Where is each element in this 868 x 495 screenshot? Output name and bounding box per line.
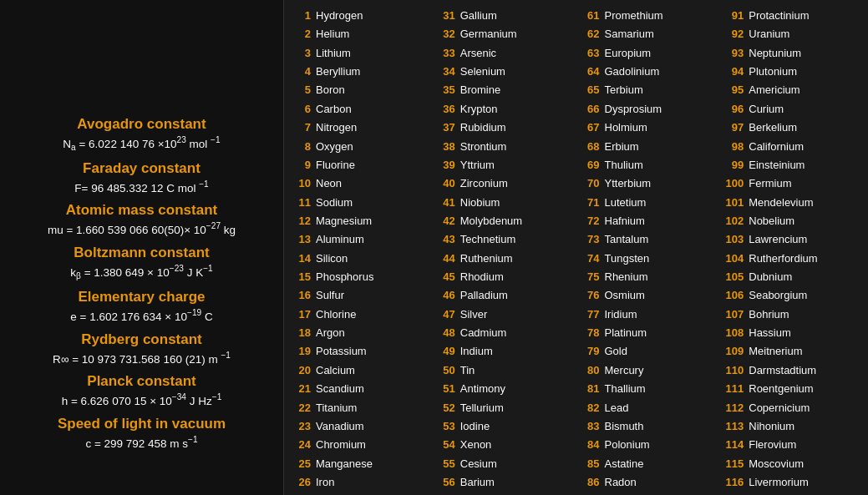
- element-number: 68: [578, 138, 600, 156]
- element-number: 52: [434, 399, 455, 417]
- element-number: 82: [578, 399, 600, 417]
- element-item: 24Chromium: [289, 436, 430, 454]
- element-name: Thallium: [605, 380, 646, 398]
- element-name: Osmium: [605, 286, 645, 305]
- element-number: 73: [578, 230, 600, 249]
- element-item: 46Palladium: [434, 286, 575, 305]
- constant-value: c = 299 792 458 m s−1: [10, 435, 273, 450]
- element-name: Lawrencium: [749, 230, 807, 249]
- element-number: 12: [289, 212, 311, 230]
- element-number: 61: [578, 7, 600, 25]
- constant-value: h = 6.626 070 15 × 10−34 J Hz−1: [10, 392, 273, 407]
- element-name: Bohrium: [749, 306, 789, 324]
- element-number: 103: [722, 230, 744, 249]
- element-number: 21: [289, 380, 311, 398]
- element-item: 111Roentgenium: [722, 380, 863, 398]
- element-number: 39: [434, 156, 455, 174]
- element-item: 107Bohrium: [722, 306, 863, 324]
- element-name: Francium: [605, 492, 650, 495]
- element-item: 74Tungsten: [578, 250, 719, 268]
- element-item: 21Scandium: [289, 380, 430, 398]
- element-number: 98: [722, 138, 744, 156]
- element-name: Neon: [316, 174, 342, 193]
- element-number: 38: [434, 138, 455, 156]
- constant-block: Avogadro constantNa = 6.022 140 76 ×1023…: [10, 116, 273, 152]
- element-number: 46: [434, 286, 455, 305]
- constant-block: Speed of light in vacuumc = 299 792 458 …: [10, 416, 273, 450]
- element-item: 10Neon: [289, 174, 430, 193]
- constant-title: Atomic mass constant: [10, 202, 273, 219]
- element-number: 93: [722, 44, 744, 63]
- element-name: Platinum: [605, 324, 647, 342]
- element-item: 72Hafnium: [578, 212, 719, 230]
- element-number: 3: [289, 44, 311, 63]
- element-item: 69Thulium: [578, 156, 719, 174]
- element-number: 41: [434, 194, 455, 212]
- constant-title: Boltzmann constant: [10, 245, 273, 261]
- element-item: 38Strontium: [434, 138, 575, 156]
- element-name: Neptunium: [749, 44, 801, 63]
- element-number: 50: [434, 361, 455, 380]
- element-item: 116Livermorium: [722, 473, 863, 492]
- constant-value: mu = 1.660 539 066 60(50)× 10−27 kg: [10, 221, 273, 236]
- element-number: 18: [289, 324, 311, 342]
- element-item: 104Rutherfordium: [722, 250, 863, 268]
- constant-title: Rydberg constant: [10, 331, 273, 348]
- element-item: 106Seaborgium: [722, 286, 863, 305]
- element-item: 100Fermium: [722, 174, 863, 193]
- element-item: 93Neptunium: [722, 44, 863, 63]
- element-name: Beryllium: [316, 63, 360, 81]
- element-item: 114Flerovium: [722, 436, 863, 454]
- element-number: 105: [722, 268, 744, 286]
- constant-title: Speed of light in vacuum: [10, 416, 273, 432]
- element-item: 17Chlorine: [289, 306, 430, 324]
- element-name: Silicon: [316, 250, 348, 268]
- element-item: 76Osmium: [578, 286, 719, 305]
- element-number: 15: [289, 268, 311, 286]
- element-name: Gold: [605, 342, 627, 361]
- element-number: 63: [578, 44, 600, 63]
- element-name: Uranium: [749, 25, 789, 43]
- element-item: 67Holmium: [578, 119, 719, 137]
- element-item: 109Meitnerium: [722, 342, 863, 361]
- element-name: Gallium: [460, 7, 497, 25]
- element-name: Darmstadtium: [749, 361, 816, 380]
- element-item: 12Magnesium: [289, 212, 430, 230]
- element-name: Selenium: [460, 63, 505, 81]
- element-name: Carbon: [316, 100, 352, 119]
- element-name: Chlorine: [316, 306, 356, 324]
- element-item: 45Rhodium: [434, 268, 575, 286]
- element-item: 91Protactinium: [722, 7, 863, 25]
- element-name: Polonium: [605, 436, 650, 454]
- element-number: 13: [289, 230, 311, 249]
- element-number: 67: [578, 119, 600, 137]
- element-number: 51: [434, 380, 455, 398]
- element-number: 97: [722, 119, 744, 137]
- element-name: Xenon: [460, 436, 492, 454]
- constant-block: Atomic mass constantmu = 1.660 539 066 6…: [10, 202, 273, 236]
- element-name: Sodium: [316, 194, 353, 212]
- element-name: Flerovium: [749, 436, 796, 454]
- element-item: 80Mercury: [578, 361, 719, 380]
- element-item: 36Krypton: [434, 100, 575, 119]
- element-item: 47Silver: [434, 306, 575, 324]
- element-item: 81Thallium: [578, 380, 719, 398]
- element-name: Erbium: [605, 138, 639, 156]
- element-name: Mercury: [605, 361, 644, 380]
- element-name: Curium: [749, 100, 784, 119]
- element-item: 11Sodium: [289, 194, 430, 212]
- element-number: 16: [289, 286, 311, 305]
- element-number: 57: [434, 492, 455, 495]
- element-name: Livermorium: [749, 473, 809, 492]
- element-name: Einsteinium: [749, 156, 805, 174]
- element-number: 45: [434, 268, 455, 286]
- constant-title: Avogadro constant: [10, 116, 273, 133]
- element-number: 109: [722, 342, 744, 361]
- element-name: Radon: [605, 473, 637, 492]
- element-number: 85: [578, 455, 600, 473]
- element-item: 79Gold: [578, 342, 719, 361]
- element-name: Manganese: [316, 455, 373, 473]
- element-name: Sulfur: [316, 286, 344, 305]
- element-number: 113: [722, 417, 744, 436]
- element-number: 54: [434, 436, 455, 454]
